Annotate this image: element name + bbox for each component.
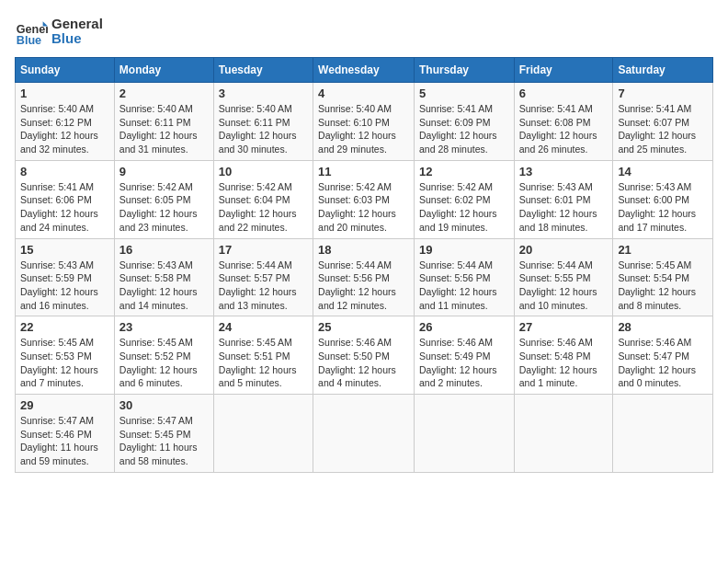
col-header-tuesday: Tuesday — [213, 58, 313, 83]
week-row-1: 1 Sunrise: 5:40 AMSunset: 6:12 PMDayligh… — [16, 83, 713, 161]
day-info: Sunrise: 5:46 AMSunset: 5:49 PMDaylight:… — [419, 336, 509, 390]
day-info: Sunrise: 5:41 AMSunset: 6:07 PMDaylight:… — [618, 102, 708, 156]
day-number: 23 — [119, 320, 209, 334]
day-number: 29 — [20, 398, 109, 412]
calendar-cell — [613, 395, 713, 473]
day-info: Sunrise: 5:47 AMSunset: 5:46 PMDaylight:… — [20, 414, 109, 468]
day-number: 15 — [20, 243, 109, 257]
calendar-cell: 6 Sunrise: 5:41 AMSunset: 6:08 PMDayligh… — [514, 83, 613, 161]
day-number: 3 — [219, 86, 308, 100]
calendar-cell: 26 Sunrise: 5:46 AMSunset: 5:49 PMDaylig… — [414, 316, 514, 395]
calendar-cell: 9 Sunrise: 5:42 AMSunset: 6:05 PMDayligh… — [114, 160, 213, 238]
day-info: Sunrise: 5:45 AMSunset: 5:51 PMDaylight:… — [219, 336, 308, 390]
day-number: 1 — [20, 86, 109, 100]
day-number: 4 — [318, 86, 409, 100]
day-info: Sunrise: 5:45 AMSunset: 5:53 PMDaylight:… — [20, 336, 109, 390]
day-number: 18 — [318, 243, 409, 257]
logo-icon: General Blue — [15, 15, 48, 48]
day-number: 11 — [318, 165, 409, 178]
page-header: General Blue General Blue — [15, 15, 713, 48]
day-info: Sunrise: 5:45 AMSunset: 5:54 PMDaylight:… — [618, 259, 708, 313]
logo-blue: Blue — [51, 31, 103, 47]
calendar-table: SundayMondayTuesdayWednesdayThursdayFrid… — [15, 57, 713, 473]
calendar-cell: 27 Sunrise: 5:46 AMSunset: 5:48 PMDaylig… — [514, 316, 613, 395]
day-info: Sunrise: 5:43 AMSunset: 6:00 PMDaylight:… — [618, 180, 708, 235]
day-info: Sunrise: 5:44 AMSunset: 5:55 PMDaylight:… — [519, 259, 609, 313]
calendar-cell: 24 Sunrise: 5:45 AMSunset: 5:51 PMDaylig… — [213, 316, 313, 395]
calendar-cell: 1 Sunrise: 5:40 AMSunset: 6:12 PMDayligh… — [16, 83, 115, 161]
day-number: 19 — [419, 243, 509, 257]
calendar-cell: 28 Sunrise: 5:46 AMSunset: 5:47 PMDaylig… — [613, 316, 713, 395]
calendar-cell: 15 Sunrise: 5:43 AMSunset: 5:59 PMDaylig… — [16, 238, 115, 316]
calendar-cell: 2 Sunrise: 5:40 AMSunset: 6:11 PMDayligh… — [114, 83, 213, 161]
day-number: 20 — [519, 243, 609, 257]
week-row-2: 8 Sunrise: 5:41 AMSunset: 6:06 PMDayligh… — [16, 160, 713, 238]
day-info: Sunrise: 5:43 AMSunset: 6:01 PMDaylight:… — [519, 180, 609, 235]
day-info: Sunrise: 5:42 AMSunset: 6:02 PMDaylight:… — [419, 180, 509, 235]
calendar-header-row: SundayMondayTuesdayWednesdayThursdayFrid… — [16, 58, 713, 83]
day-info: Sunrise: 5:42 AMSunset: 6:03 PMDaylight:… — [318, 180, 409, 235]
day-number: 12 — [419, 165, 509, 178]
calendar-cell: 7 Sunrise: 5:41 AMSunset: 6:07 PMDayligh… — [613, 83, 713, 161]
calendar-cell — [213, 395, 313, 473]
day-number: 21 — [618, 243, 708, 257]
calendar-cell: 23 Sunrise: 5:45 AMSunset: 5:52 PMDaylig… — [114, 316, 213, 395]
calendar-cell: 18 Sunrise: 5:44 AMSunset: 5:56 PMDaylig… — [313, 238, 415, 316]
day-number: 9 — [119, 165, 209, 178]
day-number: 26 — [419, 320, 509, 334]
week-row-5: 29 Sunrise: 5:47 AMSunset: 5:46 PMDaylig… — [16, 395, 713, 473]
day-info: Sunrise: 5:44 AMSunset: 5:57 PMDaylight:… — [219, 259, 308, 313]
day-info: Sunrise: 5:46 AMSunset: 5:50 PMDaylight:… — [318, 336, 409, 390]
logo-general: General — [51, 17, 103, 32]
day-info: Sunrise: 5:47 AMSunset: 5:45 PMDaylight:… — [119, 414, 209, 468]
day-info: Sunrise: 5:40 AMSunset: 6:10 PMDaylight:… — [318, 102, 409, 156]
week-row-4: 22 Sunrise: 5:45 AMSunset: 5:53 PMDaylig… — [16, 316, 713, 395]
calendar-cell — [514, 395, 613, 473]
col-header-saturday: Saturday — [613, 58, 713, 83]
day-number: 10 — [219, 165, 308, 178]
day-number: 14 — [618, 165, 708, 178]
day-number: 24 — [219, 320, 308, 334]
calendar-cell: 11 Sunrise: 5:42 AMSunset: 6:03 PMDaylig… — [313, 160, 415, 238]
day-number: 28 — [618, 320, 708, 334]
day-number: 22 — [20, 320, 109, 334]
day-info: Sunrise: 5:40 AMSunset: 6:12 PMDaylight:… — [20, 102, 109, 156]
day-number: 8 — [20, 165, 109, 178]
calendar-cell: 4 Sunrise: 5:40 AMSunset: 6:10 PMDayligh… — [313, 83, 415, 161]
day-number: 13 — [519, 165, 609, 178]
calendar-cell: 29 Sunrise: 5:47 AMSunset: 5:46 PMDaylig… — [16, 395, 115, 473]
calendar-cell: 12 Sunrise: 5:42 AMSunset: 6:02 PMDaylig… — [414, 160, 514, 238]
day-number: 25 — [318, 320, 409, 334]
col-header-thursday: Thursday — [414, 58, 514, 83]
calendar-cell: 20 Sunrise: 5:44 AMSunset: 5:55 PMDaylig… — [514, 238, 613, 316]
calendar-cell: 22 Sunrise: 5:45 AMSunset: 5:53 PMDaylig… — [16, 316, 115, 395]
day-number: 7 — [618, 86, 708, 100]
day-number: 17 — [219, 243, 308, 257]
day-info: Sunrise: 5:43 AMSunset: 5:58 PMDaylight:… — [119, 259, 209, 313]
day-info: Sunrise: 5:42 AMSunset: 6:04 PMDaylight:… — [219, 180, 308, 235]
col-header-monday: Monday — [114, 58, 213, 83]
day-number: 27 — [519, 320, 609, 334]
calendar-cell: 5 Sunrise: 5:41 AMSunset: 6:09 PMDayligh… — [414, 83, 514, 161]
col-header-wednesday: Wednesday — [313, 58, 415, 83]
day-number: 30 — [119, 398, 209, 412]
day-info: Sunrise: 5:43 AMSunset: 5:59 PMDaylight:… — [20, 259, 109, 313]
day-number: 16 — [119, 243, 209, 257]
calendar-cell — [313, 395, 415, 473]
calendar-cell: 10 Sunrise: 5:42 AMSunset: 6:04 PMDaylig… — [213, 160, 313, 238]
day-info: Sunrise: 5:44 AMSunset: 5:56 PMDaylight:… — [318, 259, 409, 313]
calendar-cell: 17 Sunrise: 5:44 AMSunset: 5:57 PMDaylig… — [213, 238, 313, 316]
calendar-cell: 8 Sunrise: 5:41 AMSunset: 6:06 PMDayligh… — [16, 160, 115, 238]
day-number: 6 — [519, 86, 609, 100]
col-header-sunday: Sunday — [16, 58, 115, 83]
day-info: Sunrise: 5:41 AMSunset: 6:06 PMDaylight:… — [20, 180, 109, 235]
calendar-cell: 14 Sunrise: 5:43 AMSunset: 6:00 PMDaylig… — [613, 160, 713, 238]
day-info: Sunrise: 5:41 AMSunset: 6:09 PMDaylight:… — [419, 102, 509, 156]
col-header-friday: Friday — [514, 58, 613, 83]
calendar-cell: 13 Sunrise: 5:43 AMSunset: 6:01 PMDaylig… — [514, 160, 613, 238]
calendar-cell — [414, 395, 514, 473]
logo: General Blue General Blue — [15, 15, 103, 48]
calendar-cell: 16 Sunrise: 5:43 AMSunset: 5:58 PMDaylig… — [114, 238, 213, 316]
day-number: 2 — [119, 86, 209, 100]
week-row-3: 15 Sunrise: 5:43 AMSunset: 5:59 PMDaylig… — [16, 238, 713, 316]
